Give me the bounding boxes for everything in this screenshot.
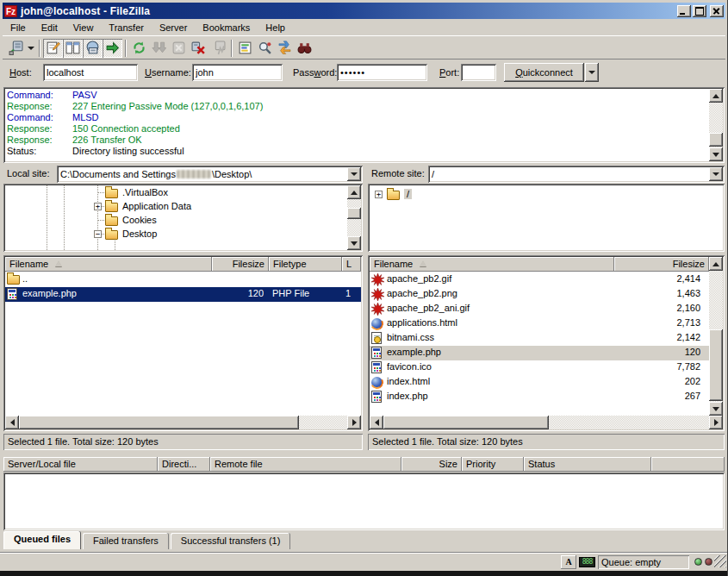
scroll-up-button[interactable] — [347, 185, 361, 199]
toggle-transfer-queue-button[interactable] — [103, 39, 122, 58]
find-files-button[interactable] — [295, 39, 314, 58]
host-input[interactable] — [43, 64, 138, 81]
site-manager-dropdown[interactable] — [26, 39, 36, 58]
synchronized-browsing-button[interactable] — [275, 39, 295, 58]
file-row[interactable]: index.php 267 — [370, 390, 709, 404]
close-button[interactable] — [710, 5, 724, 17]
disconnect-button[interactable] — [189, 39, 208, 58]
remote-site-dropdown[interactable] — [709, 167, 723, 181]
toggle-remote-tree-button[interactable] — [83, 39, 103, 58]
file-type: PHP File — [272, 288, 341, 298]
refresh-button[interactable] — [129, 39, 149, 58]
tab-successful-transfers[interactable]: Successful transfers (1) — [171, 533, 291, 549]
scrollbar-thumb[interactable] — [383, 416, 549, 429]
quickconnect-button[interactable]: Quickconnect — [504, 63, 584, 82]
local-horizontal-scrollbar[interactable] — [5, 416, 361, 429]
file-row[interactable]: bitnami.css 2,142 — [370, 331, 709, 346]
column-header-lastmodified[interactable]: L — [342, 257, 361, 272]
column-header-status[interactable]: Status — [524, 457, 651, 472]
local-site-dropdown[interactable] — [347, 167, 361, 181]
column-header-direction[interactable]: Directi... — [158, 457, 210, 472]
queue-body[interactable] — [3, 473, 725, 530]
tree-item-cookies[interactable]: Cookies — [105, 213, 157, 227]
filter-button[interactable] — [235, 39, 255, 58]
scroll-left-button[interactable] — [370, 416, 383, 429]
port-input[interactable] — [461, 64, 496, 81]
title-bar[interactable]: Fz john@localhost - FileZilla — [3, 3, 725, 19]
file-row[interactable]: index.html 202 — [370, 375, 709, 390]
file-row[interactable]: favicon.ico 7,782 — [370, 360, 709, 375]
scroll-up-button[interactable] — [709, 257, 723, 271]
column-header-remote-file[interactable]: Remote file — [210, 457, 401, 472]
expand-icon[interactable]: + — [94, 203, 102, 210]
file-row[interactable]: apache_pb2.gif 2,414 — [370, 272, 709, 287]
menu-transfer[interactable]: Transfer — [101, 20, 152, 35]
menu-view[interactable]: View — [65, 20, 102, 35]
directory-comparison-button[interactable] — [255, 39, 275, 58]
tab-queued-files[interactable]: Queued files — [3, 531, 81, 549]
scroll-down-button[interactable] — [709, 147, 723, 161]
column-header-size[interactable]: Size — [401, 457, 462, 472]
scroll-right-button[interactable] — [709, 416, 723, 429]
tree-item-virtualbox[interactable]: .VirtualBox — [105, 185, 168, 199]
menu-server[interactable]: Server — [152, 20, 195, 35]
file-row[interactable]: apache_pb2.png 1,463 — [370, 287, 709, 302]
message-log-lines[interactable]: Command:PASV Response:227 Entering Passi… — [5, 89, 708, 161]
cancel-operation-button[interactable] — [169, 39, 189, 58]
column-header-filename[interactable]: Filename — [5, 257, 212, 272]
toggle-local-tree-button[interactable] — [63, 39, 83, 58]
disconnect-icon — [191, 41, 206, 55]
tree-item-application-data[interactable]: Application Data — [105, 199, 191, 213]
process-queue-button[interactable] — [149, 39, 169, 58]
resize-grip[interactable] — [714, 555, 726, 567]
file-row[interactable]: applications.html 2,713 — [370, 316, 709, 331]
local-tree-scrollbar[interactable] — [347, 185, 361, 250]
menu-bookmarks[interactable]: Bookmarks — [195, 20, 258, 35]
column-header-filesize[interactable]: Filesize — [212, 257, 269, 272]
scroll-down-button[interactable] — [347, 236, 361, 250]
site-manager-button[interactable] — [6, 39, 26, 58]
password-input[interactable] — [337, 64, 427, 81]
reconnect-button[interactable] — [208, 39, 228, 58]
scrollbar-thumb[interactable] — [19, 416, 299, 429]
column-header-filesize[interactable]: Filesize — [614, 257, 709, 272]
scroll-down-button[interactable] — [709, 402, 723, 416]
log-label: Response: — [7, 135, 72, 146]
scroll-left-button[interactable] — [5, 416, 19, 429]
column-header-priority[interactable]: Priority — [462, 457, 524, 472]
scrollbar-thumb[interactable] — [347, 208, 361, 219]
column-header-filetype[interactable]: Filetype — [269, 257, 342, 272]
quickconnect-dropdown[interactable] — [585, 63, 599, 82]
column-header-filename[interactable]: Filename — [370, 257, 614, 272]
collapse-icon[interactable]: − — [94, 230, 102, 238]
scrollbar-thumb[interactable] — [709, 329, 723, 401]
local-site-combobox[interactable]: C:\Documents and Settings\Desktop\ — [57, 166, 363, 183]
scrollbar-thumb[interactable] — [709, 133, 723, 147]
menu-edit[interactable]: Edit — [34, 20, 65, 35]
remote-site-combobox[interactable]: / — [428, 166, 725, 183]
remote-list-body[interactable]: apache_pb2.gif 2,414 apache_pb2.png 1,46… — [370, 272, 709, 416]
remote-vertical-scrollbar[interactable] — [709, 257, 723, 416]
toggle-message-log-button[interactable] — [43, 39, 63, 58]
scroll-up-button[interactable] — [709, 89, 723, 103]
remote-horizontal-scrollbar[interactable] — [370, 416, 723, 429]
file-size: 2,414 — [614, 273, 700, 284]
file-row[interactable]: apache_pb2_ani.gif 2,160 — [370, 302, 709, 316]
menu-help[interactable]: Help — [258, 20, 293, 35]
minimize-button[interactable] — [677, 5, 691, 17]
maximize-button[interactable] — [693, 5, 706, 17]
scroll-right-button[interactable] — [347, 416, 361, 429]
file-row-example-php[interactable]: example.php 120 — [370, 346, 709, 360]
tree-item-desktop[interactable]: Desktop — [105, 227, 157, 241]
column-header-server-local-file[interactable]: Server/Local file — [3, 457, 158, 472]
expand-icon[interactable]: + — [375, 191, 383, 198]
tree-item-root[interactable]: / — [387, 187, 412, 201]
username-input[interactable] — [192, 64, 283, 81]
local-list-body[interactable]: .. example.php 120 PHP File 1 — [5, 272, 361, 416]
file-row-example-php[interactable]: example.php 120 PHP File 1 — [5, 287, 361, 302]
tab-failed-transfers[interactable]: Failed transfers — [83, 533, 169, 549]
file-row-parent[interactable]: .. — [5, 272, 361, 287]
log-scrollbar[interactable] — [709, 89, 723, 161]
menu-file[interactable]: File — [3, 20, 34, 35]
message-log: Command:PASV Response:227 Entering Passi… — [3, 87, 725, 163]
